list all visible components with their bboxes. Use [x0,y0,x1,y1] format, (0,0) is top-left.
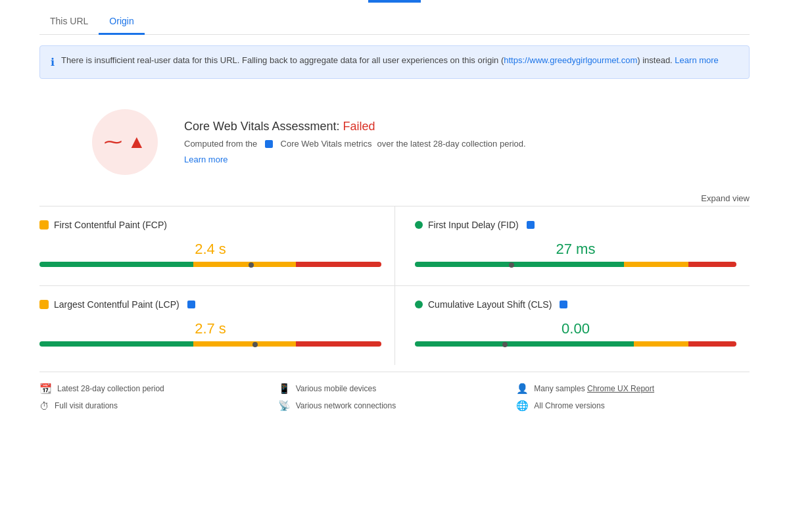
metric-title-lcp: Largest Contentful Paint (LCP) [54,299,179,310]
metric-bar-fcp [39,262,381,271]
metric-needle-fcp [249,262,254,268]
footer-icon-timer: ⏱ [39,400,49,412]
metric-needle-fid [509,262,514,268]
footer-item-1: 📱Various mobile devices [278,383,512,395]
footer-text-0: Latest 28-day collection period [57,384,164,393]
footer-icon-calendar: 📆 [39,383,52,395]
footer-text-2: Many samples Chrome UX Report [534,384,654,393]
footer-item-3: ⏱Full visit durations [39,400,273,412]
cwv-badge-icon [265,140,273,148]
metrics-grid: First Contentful Paint (FCP)2.4 sFirst I… [39,206,750,365]
metric-title-fcp: First Contentful Paint (FCP) [54,220,167,230]
info-banner-text-after: ) instead. [637,55,672,65]
metric-cell-cls: Cumulative Layout Shift (CLS)0.00 [394,285,750,365]
assessment-title: Core Web Vitals Assessment: Failed [184,120,526,133]
metric-badge-lcp [187,301,195,308]
metric-value-lcp: 2.7 s [39,320,381,337]
assessment-section: ⁓ ▲ Core Web Vitals Assessment: Failed C… [39,89,750,188]
metric-indicator-lcp [39,300,49,309]
expand-view-button[interactable]: Expand view [701,193,750,203]
info-banner-url[interactable]: https://www.greedygirlgourmet.com [504,55,637,65]
metric-value-fid: 27 ms [415,241,736,258]
assessment-failed-icon: ⁓ ▲ [104,133,146,151]
metric-badge-cls [560,301,567,308]
metric-value-cls: 0.00 [415,320,736,337]
metric-value-fcp: 2.4 s [39,241,381,258]
info-banner-content: There is insufficient real-user data for… [61,54,719,67]
footer-icon-device: 📱 [278,383,291,395]
footer-text-3: Full visit durations [55,401,118,410]
assessment-description: Computed from the Core Web Vitals metric… [184,137,526,151]
metric-needle-lcp [252,341,258,347]
metric-header-cls: Cumulative Layout Shift (CLS) [415,299,736,310]
footer-info: 📆Latest 28-day collection period📱Various… [39,372,750,422]
metric-badge-fid [527,221,535,229]
metric-needle-cls [502,341,508,347]
footer-text-1: Various mobile devices [296,384,377,393]
metric-indicator-cls [415,301,423,308]
footer-item-5: 🌐All Chrome versions [516,400,750,412]
footer-icon-users: 👤 [516,383,529,395]
expand-row: Expand view [39,188,750,206]
tab-this-url[interactable]: This URL [39,9,99,35]
metric-header-fid: First Input Delay (FID) [415,220,736,230]
footer-icon-wifi: 📡 [278,400,291,412]
metric-title-fid: First Input Delay (FID) [428,220,519,230]
assessment-learn-more[interactable]: Learn more [184,155,526,164]
assessment-circle: ⁓ ▲ [92,109,158,175]
info-banner-learn-more[interactable]: Learn more [675,55,718,65]
tab-origin[interactable]: Origin [99,9,144,35]
footer-item-2: 👤Many samples Chrome UX Report [516,383,750,395]
metric-cell-fid: First Input Delay (FID)27 ms [394,206,750,285]
metric-bar-lcp [39,341,381,351]
assessment-text: Core Web Vitals Assessment: Failed Compu… [184,120,526,165]
footer-item-0: 📆Latest 28-day collection period [39,383,273,395]
footer-item-4: 📡Various network connections [278,400,512,412]
footer-link-2[interactable]: Chrome UX Report [587,384,654,393]
metric-cell-lcp: Largest Contentful Paint (LCP)2.7 s [39,285,394,365]
footer-icon-globe: 🌐 [516,400,529,412]
tab-bar: This URL Origin [39,3,750,35]
footer-text-5: All Chrome versions [534,401,604,410]
metric-bar-fid [415,262,736,271]
footer-text-4: Various network connections [296,401,396,410]
metric-cell-fcp: First Contentful Paint (FCP)2.4 s [39,206,394,285]
metric-header-fcp: First Contentful Paint (FCP) [39,220,381,230]
assessment-status: Failed [343,120,375,133]
metric-indicator-fid [415,221,423,229]
info-banner: ℹ There is insufficient real-user data f… [39,45,750,79]
metric-bar-cls [415,341,736,351]
info-icon: ℹ [51,55,55,70]
metric-title-cls: Cumulative Layout Shift (CLS) [428,299,552,310]
metric-indicator-fcp [39,220,49,230]
info-banner-text: There is insufficient real-user data for… [61,55,504,65]
metric-header-lcp: Largest Contentful Paint (LCP) [39,299,381,310]
